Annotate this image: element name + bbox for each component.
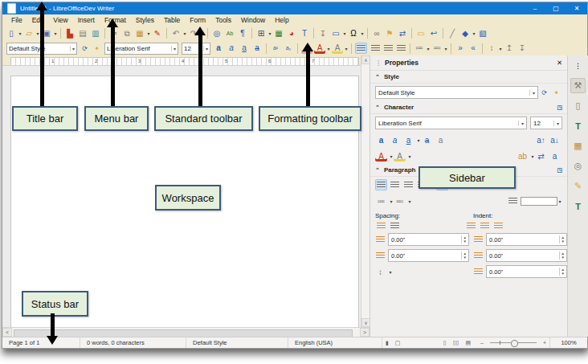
title-bar[interactable]: Untitled 1 - LibreOfficeDev Writer – ▢ ✕ — [2, 2, 587, 14]
below-paragraph-spacing-field[interactable]: 0.00" ▲▼ — [388, 249, 469, 262]
ordered-list-icon[interactable]: ≕ — [431, 43, 443, 54]
spelling-icon[interactable]: Ab — [224, 28, 235, 39]
superscript-icon[interactable]: a² — [270, 43, 281, 54]
close-button[interactable]: ✕ — [566, 2, 587, 14]
shadow-icon[interactable]: a — [435, 134, 447, 145]
after-text-indent-field[interactable]: 0.00" ▲▼ — [486, 249, 567, 262]
line-spacing-dropdown[interactable]: ▾ — [498, 46, 503, 51]
character-spacing-icon[interactable]: ab — [517, 150, 529, 162]
first-line-indent-field[interactable]: 0.00" ▲▼ — [486, 265, 567, 278]
special-character-icon[interactable]: Ω — [348, 28, 359, 39]
before-text-indent-field[interactable]: 0.00" ▲▼ — [486, 233, 567, 246]
subscript-icon[interactable]: a₂ — [283, 43, 294, 54]
sidebar-size-caret[interactable]: ▾ — [553, 121, 559, 126]
track-changes-icon[interactable]: ↩ — [428, 28, 439, 39]
align-center-icon[interactable] — [389, 179, 401, 190]
rotate-character-icon[interactable]: ⇄ — [535, 150, 547, 162]
align-justify-icon[interactable] — [395, 43, 406, 54]
new-document-dropdown[interactable]: ▾ — [18, 31, 22, 36]
line-spacing-icon[interactable]: ↕ — [374, 266, 386, 277]
sidebar-font-caret[interactable]: ▾ — [518, 121, 524, 126]
basic-shapes-dropdown[interactable]: ▾ — [472, 31, 476, 36]
unordered-list-icon[interactable]: ≔ — [414, 43, 425, 54]
page-count[interactable]: Page 1 of 1 — [2, 337, 80, 348]
collapse-icon[interactable]: ⌃ — [375, 74, 380, 80]
open-icon[interactable]: ▱ — [23, 28, 35, 39]
new-style-icon[interactable]: ✦ — [551, 88, 561, 98]
zoom-thumb[interactable] — [511, 340, 518, 347]
basic-shapes-icon[interactable]: ◆ — [459, 28, 471, 39]
sidebar-settings-icon[interactable]: ⋮ — [570, 58, 586, 73]
character-dialog-launcher-icon[interactable]: ◳ — [557, 104, 562, 111]
menu-window[interactable]: Window — [236, 15, 270, 25]
insert-field-dropdown[interactable]: ▾ — [342, 31, 347, 36]
highlight-color-icon[interactable]: A — [332, 43, 343, 54]
ordered-list-icon[interactable]: ≕ — [394, 195, 406, 207]
increase-indent-icon[interactable]: » — [455, 43, 466, 54]
decrease-indent-icon[interactable] — [479, 220, 491, 231]
paragraph-background-icon[interactable] — [507, 195, 519, 207]
hyperlink-icon[interactable]: ∞ — [371, 28, 382, 39]
font-name-combo[interactable]: Liberation Serif▾ — [104, 43, 178, 55]
spin-down-icon[interactable]: ▼ — [560, 256, 566, 260]
spinner[interactable]: ▲▼ — [559, 235, 566, 243]
multi-page-view-icon[interactable]: ▯▯ — [450, 340, 463, 346]
special-character-dropdown[interactable]: ▾ — [360, 31, 365, 36]
font-size-combo[interactable]: 12▾ — [182, 43, 210, 55]
sidebar-style-combo[interactable]: Default Style▾ — [375, 86, 538, 99]
spinner[interactable]: ▲▼ — [461, 252, 468, 260]
highlight-color-icon[interactable]: A — [394, 150, 406, 162]
text-language[interactable]: English (USA) — [288, 337, 382, 348]
menu-table[interactable]: Table — [159, 15, 185, 25]
line-spacing-dropdown[interactable]: ▾ — [388, 269, 393, 275]
print-preview-icon[interactable]: ▥ — [90, 28, 101, 39]
styles-deck-icon[interactable]: T — [570, 118, 586, 133]
font-size-caret[interactable]: ▾ — [203, 46, 208, 51]
manage-changes-deck-icon[interactable]: ✎ — [570, 178, 586, 194]
new-style-icon[interactable]: ✦ — [92, 43, 102, 54]
character-style-icon[interactable]: a — [549, 150, 561, 162]
sidebar-font-name-combo[interactable]: Liberation Serif▾ — [375, 117, 527, 129]
hanging-indent-icon[interactable] — [492, 220, 504, 231]
decrease-font-size-icon[interactable]: a↓ — [549, 134, 561, 145]
navigator-deck-icon[interactable]: ◎ — [570, 158, 586, 174]
page-deck-icon[interactable]: ▯ — [570, 98, 586, 113]
increase-font-size-icon[interactable]: a↑ — [535, 134, 547, 145]
menu-tools[interactable]: Tools — [210, 15, 236, 25]
align-right-icon[interactable] — [382, 43, 394, 54]
cross-reference-icon[interactable]: ⇄ — [397, 28, 408, 39]
menu-insert[interactable]: Insert — [73, 15, 100, 25]
paste-icon[interactable]: ▦ — [134, 28, 145, 39]
font-color-dropdown[interactable]: ▾ — [326, 46, 331, 51]
clone-formatting-icon[interactable]: ✎ — [152, 28, 163, 39]
increase-paragraph-spacing-icon[interactable]: ↥ — [504, 43, 515, 54]
menu-view[interactable]: View — [48, 15, 72, 25]
line-spacing-icon[interactable]: ↕ — [486, 43, 497, 54]
menu-edit[interactable]: Edit — [27, 15, 49, 25]
underline-icon[interactable]: a — [402, 134, 414, 145]
new-document-icon[interactable]: ▯ — [6, 28, 17, 39]
export-pdf-icon[interactable]: ▙ — [64, 28, 76, 39]
insert-field-icon[interactable]: ▭ — [330, 28, 341, 39]
insert-table-dropdown[interactable]: ▾ — [267, 31, 272, 36]
spinner[interactable]: ▲▼ — [461, 235, 468, 243]
ordered-list-dropdown[interactable]: ▾ — [407, 198, 412, 204]
style-section-header[interactable]: ⌃ Style — [370, 71, 567, 84]
background-color-swatch[interactable] — [521, 197, 557, 206]
style-inspector-deck-icon[interactable]: T — [570, 198, 586, 214]
zoom-slider[interactable]: – + — [477, 340, 549, 346]
align-center-icon[interactable] — [370, 43, 381, 54]
formatting-marks-icon[interactable]: ¶ — [237, 28, 248, 39]
collapse-icon[interactable]: ⌃ — [375, 104, 380, 111]
scroll-right-arrow[interactable]: > — [360, 328, 370, 337]
character-section-header[interactable]: ⌃ Character ◳ — [370, 101, 567, 114]
paragraph-dialog-launcher-icon[interactable]: ◳ — [557, 167, 562, 174]
horizontal-ruler[interactable]: 1 2 3 4 5 6 7 — [2, 55, 369, 65]
spin-down-icon[interactable]: ▼ — [462, 256, 468, 260]
book-view-icon[interactable]: ▤ — [462, 340, 474, 346]
save-status-icon[interactable]: ▢ — [392, 340, 404, 346]
minimize-button[interactable]: – — [525, 2, 545, 14]
single-page-view-icon[interactable]: ▯ — [440, 340, 450, 346]
menu-styles[interactable]: Styles — [131, 15, 159, 25]
align-left-icon[interactable] — [375, 179, 387, 190]
